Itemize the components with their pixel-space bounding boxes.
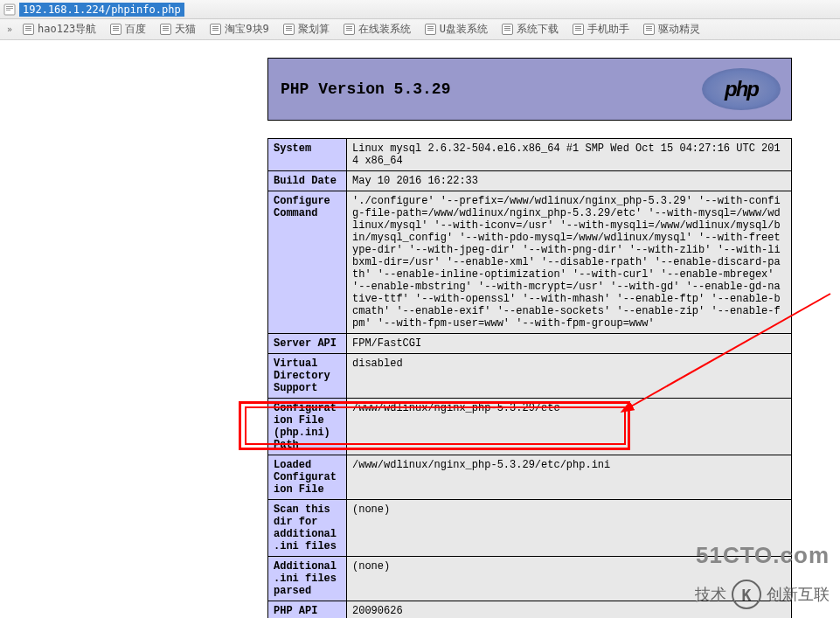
url-text[interactable]: 192.168.1.224/phpinfo.php <box>19 3 184 17</box>
phpinfo-value: /www/wdlinux/nginx_php-5.3.29/etc <box>347 399 792 455</box>
phpinfo-key: PHP API <box>268 601 347 619</box>
phpinfo-key: Configuration File (php.ini) Path <box>268 399 347 455</box>
php-logo: php <box>702 68 781 110</box>
phpinfo-table: SystemLinux mysql 2.6.32-504.el6.x86_64 … <box>267 138 792 618</box>
phpinfo-value: /www/wdlinux/nginx_php-5.3.29/etc/php.in… <box>347 455 792 500</box>
bookmark-label: 手机助手 <box>587 22 629 37</box>
bookmark-label: 系统下载 <box>517 22 559 37</box>
bookmark-label: U盘装系统 <box>440 22 488 37</box>
phpinfo-header: PHP Version 5.3.29 php <box>267 58 792 121</box>
page-icon <box>502 24 513 35</box>
phpinfo-key: Loaded Configuration File <box>268 455 347 500</box>
phpinfo-row: Loaded Configuration File/www/wdlinux/ng… <box>268 455 792 500</box>
bookmark-label: 驱动精灵 <box>658 22 700 37</box>
phpinfo-value: FPM/FastCGI <box>347 334 792 354</box>
phpinfo-row: Scan this dir for additional .ini files(… <box>268 500 792 557</box>
bookmark-item-3[interactable]: 淘宝9块9 <box>203 19 275 39</box>
page-icon <box>110 24 121 35</box>
php-version-title: PHP Version 5.3.29 <box>281 80 450 98</box>
page-content: PHP Version 5.3.29 php SystemLinux mysql… <box>0 40 840 618</box>
bookmark-label: 聚划算 <box>298 22 330 37</box>
page-icon <box>160 24 171 35</box>
bookmark-item-4[interactable]: 聚划算 <box>276 19 337 39</box>
phpinfo-key: Additional .ini files parsed <box>268 557 347 601</box>
phpinfo-value: (none) <box>347 500 792 557</box>
phpinfo-panel: PHP Version 5.3.29 php SystemLinux mysql… <box>267 58 792 618</box>
phpinfo-key: Build Date <box>268 171 347 191</box>
phpinfo-key: Configure Command <box>268 191 347 334</box>
bookmark-item-6[interactable]: U盘装系统 <box>418 19 495 39</box>
phpinfo-key: System <box>268 139 347 171</box>
address-bar: 192.168.1.224/phpinfo.php <box>0 0 840 19</box>
bookmark-label: 百度 <box>125 22 146 37</box>
bookmark-item-7[interactable]: 系统下载 <box>495 19 566 39</box>
phpinfo-row: Configure Command'./configure' '--prefix… <box>268 191 792 334</box>
phpinfo-row: Build DateMay 10 2016 16:22:33 <box>268 171 792 191</box>
bookmark-item-8[interactable]: 手机助手 <box>566 19 636 39</box>
bookmark-item-1[interactable]: 百度 <box>103 19 153 39</box>
bookmark-label: 在线装系统 <box>358 22 411 37</box>
phpinfo-value: 20090626 <box>347 601 792 619</box>
phpinfo-row: Server APIFPM/FastCGI <box>268 334 792 354</box>
page-icon <box>344 24 355 35</box>
page-icon <box>283 24 295 35</box>
phpinfo-key: Scan this dir for additional .ini files <box>268 500 347 557</box>
page-icon <box>425 24 436 35</box>
expand-bookmarks-icon[interactable]: » <box>3 24 16 34</box>
bookmark-label: hao123导航 <box>38 22 96 37</box>
page-icon <box>210 24 221 35</box>
svg-rect-1 <box>6 6 13 7</box>
bookmark-item-5[interactable]: 在线装系统 <box>337 19 418 39</box>
phpinfo-value: './configure' '--prefix=/www/wdlinux/ngi… <box>347 191 792 334</box>
bookmark-item-0[interactable]: hao123导航 <box>16 19 103 39</box>
page-icon <box>573 24 584 35</box>
phpinfo-value: May 10 2016 16:22:33 <box>347 171 792 191</box>
phpinfo-value: (none) <box>347 557 792 601</box>
phpinfo-row: Additional .ini files parsed(none) <box>268 557 792 601</box>
phpinfo-row: Virtual Directory Supportdisabled <box>268 354 792 399</box>
page-icon <box>643 24 655 35</box>
svg-rect-2 <box>6 8 13 9</box>
phpinfo-row: Configuration File (php.ini) Path/www/wd… <box>268 399 792 455</box>
bookmark-label: 天猫 <box>175 22 196 37</box>
bookmark-label: 淘宝9块9 <box>225 22 268 37</box>
phpinfo-key: Virtual Directory Support <box>268 354 347 399</box>
phpinfo-row: PHP API20090626 <box>268 601 792 619</box>
svg-rect-3 <box>6 10 10 10</box>
phpinfo-value: disabled <box>347 354 792 399</box>
bookmark-item-9[interactable]: 驱动精灵 <box>636 19 707 39</box>
page-icon <box>23 24 34 35</box>
phpinfo-row: SystemLinux mysql 2.6.32-504.el6.x86_64 … <box>268 139 792 171</box>
page-icon <box>3 3 16 16</box>
bookmarks-bar: » hao123导航百度天猫淘宝9块9聚划算在线装系统U盘装系统系统下载手机助手… <box>0 19 840 40</box>
phpinfo-value: Linux mysql 2.6.32-504.el6.x86_64 #1 SMP… <box>347 139 792 171</box>
phpinfo-key: Server API <box>268 334 347 354</box>
bookmark-item-2[interactable]: 天猫 <box>153 19 203 39</box>
